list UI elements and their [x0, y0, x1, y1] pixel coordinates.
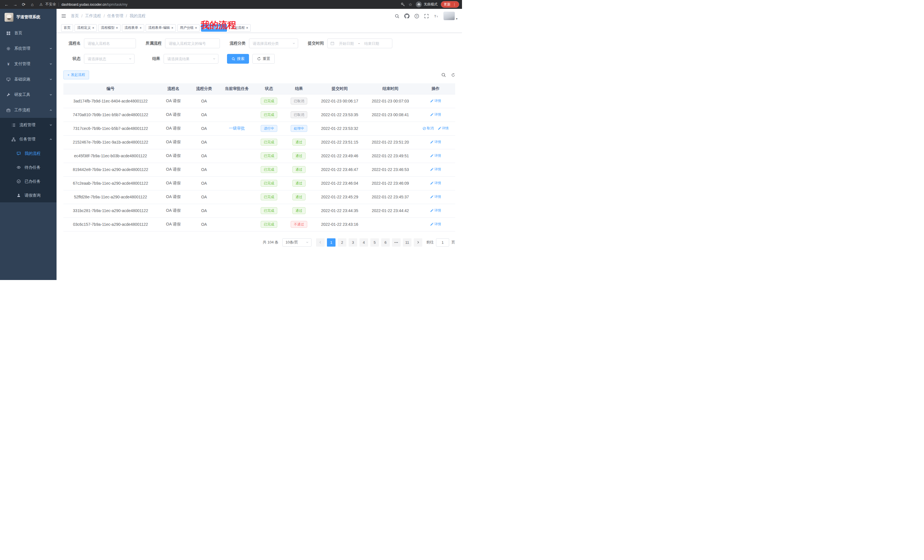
cell-id: 67c2eaab-7b9a-11ec-a290-acde48001122 — [63, 177, 158, 190]
app-logo[interactable]: 芋道管理系统 — [0, 9, 57, 25]
category-select[interactable] — [249, 39, 298, 48]
current-task-link[interactable]: 一级审批 — [229, 126, 245, 130]
next-page-button[interactable] — [414, 238, 422, 247]
hamburger-icon[interactable] — [61, 13, 66, 18]
goto-page-input[interactable] — [436, 238, 449, 247]
security-warning-label[interactable]: 不安全 — [45, 2, 56, 7]
reload-button[interactable]: ⟳ — [20, 1, 27, 8]
password-key-icon[interactable] — [400, 2, 405, 7]
sidebar-menu: 首页系统管理¥支付管理基础设施研发工具工作流程流程管理任务管理我的流程待办任务已… — [0, 25, 57, 202]
prev-page-button[interactable] — [316, 238, 325, 247]
sidebar-item-workflow[interactable]: 工作流程 — [0, 102, 57, 118]
back-button[interactable]: ← — [3, 1, 10, 8]
action-label: 取消 — [427, 126, 434, 131]
edit-icon — [430, 168, 434, 171]
tab-process-definition[interactable]: 流程定义× — [75, 24, 97, 32]
breadcrumb-item[interactable]: 任务管理 — [107, 13, 123, 18]
reset-button[interactable]: 重置 — [252, 54, 274, 64]
sidebar-item-process-mgmt[interactable]: 流程管理 — [0, 118, 57, 132]
cancel-link[interactable]: 取消 — [423, 126, 434, 131]
page-size-select[interactable]: 10条/页 — [282, 238, 312, 247]
detail-link[interactable]: 详情 — [430, 99, 441, 103]
detail-link[interactable]: 详情 — [430, 222, 441, 227]
close-icon[interactable]: × — [195, 26, 197, 30]
detail-link[interactable]: 详情 — [430, 167, 441, 172]
sidebar-item-system[interactable]: 系统管理 — [0, 41, 57, 56]
sidebar-item-infra[interactable]: 基础设施 — [0, 72, 57, 87]
sidebar-item-my-process[interactable]: 我的流程 — [0, 147, 57, 160]
page-button-4[interactable]: 4 — [360, 238, 368, 247]
table-row: 67c2eaab-7b9a-11ec-a290-acde48001122OA 请… — [63, 177, 455, 190]
detail-link[interactable]: 详情 — [438, 126, 449, 131]
close-icon[interactable]: × — [116, 26, 118, 30]
search-icon[interactable] — [394, 14, 399, 18]
detail-link[interactable]: 详情 — [430, 153, 441, 158]
detail-link[interactable]: 详情 — [430, 208, 441, 213]
tab-process-form-edit[interactable]: 流程表单-编辑× — [146, 24, 176, 32]
edit-icon — [430, 113, 434, 117]
tab-home[interactable]: 首页 — [61, 24, 73, 32]
edit-icon — [430, 209, 434, 213]
font-size-icon[interactable]: TT — [434, 14, 439, 18]
home-button[interactable]: ⌂ — [28, 1, 36, 8]
page-button-5[interactable]: 5 — [370, 238, 379, 247]
detail-link[interactable]: 详情 — [430, 112, 441, 117]
page-button-3[interactable]: 3 — [349, 238, 357, 247]
forward-button[interactable]: → — [11, 1, 19, 8]
page-button-1[interactable]: 1 — [327, 238, 336, 247]
close-icon[interactable]: × — [246, 26, 248, 30]
sidebar-item-devtools[interactable]: 研发工具 — [0, 87, 57, 102]
close-icon[interactable]: × — [92, 26, 94, 30]
cell-status: 已完成 — [255, 135, 283, 149]
page-button-2[interactable]: 2 — [338, 238, 346, 247]
close-icon[interactable]: × — [140, 26, 142, 30]
start-date-input[interactable] — [336, 41, 357, 46]
cell-end-time: 2022-01-22 23:46:09 — [364, 177, 416, 190]
start-process-button[interactable]: + 发起流程 — [63, 70, 89, 79]
detail-link[interactable]: 详情 — [430, 139, 441, 144]
breadcrumb-item[interactable]: 工作流程 — [85, 13, 101, 18]
detail-link[interactable]: 详情 — [430, 195, 441, 199]
browser-menu-icon[interactable]: ⋮ — [453, 2, 456, 7]
cell-result: 通过 — [283, 149, 315, 163]
user-avatar[interactable]: ▾ — [444, 12, 458, 20]
bookmark-star-icon[interactable]: ☆ — [409, 2, 412, 7]
update-button[interactable]: 更新 ⋮ — [441, 1, 459, 8]
edit-icon — [430, 195, 434, 199]
cell-submit-time: 2022-01-22 23:53:32 — [315, 121, 364, 135]
result-select[interactable] — [164, 54, 218, 64]
cell-id: 7470a810-7b9b-11ec-b5b7-acde48001122 — [63, 108, 158, 121]
sidebar-submenu-workflow: 流程管理任务管理我的流程待办任务已办任务请假查询 — [0, 118, 57, 202]
incognito-label: 无痕模式 — [424, 2, 438, 7]
sidebar-item-leave-query[interactable]: 请假查询 — [0, 189, 57, 202]
breadcrumb-item[interactable]: 首页 — [71, 13, 79, 18]
sidebar-item-task-mgmt[interactable]: 任务管理 — [0, 132, 57, 147]
help-icon[interactable]: ? — [414, 14, 419, 18]
tab-user-group[interactable]: 用户分组× — [177, 24, 200, 32]
page-button-6[interactable]: 6 — [381, 238, 390, 247]
date-range-picker[interactable]: - — [327, 39, 392, 48]
sidebar-item-todo-tasks[interactable]: 待办任务 — [0, 160, 57, 174]
sidebar-item-done-tasks[interactable]: 已办任务 — [0, 174, 57, 189]
page-button-11[interactable]: 11 — [403, 238, 411, 247]
edit-icon — [430, 99, 434, 103]
table-row: 03c6c157-7b9a-11ec-a290-acde48001122OA 请… — [63, 217, 455, 231]
more-pages-button[interactable]: ••• — [392, 238, 400, 247]
search-button[interactable]: 搜索 — [227, 54, 249, 64]
address-bar[interactable]: ⚠ 不安全 dashboard.yudao.iocoder.cn/bpm/tas… — [39, 2, 399, 7]
process-name-input[interactable] — [84, 39, 136, 48]
tab-process-form[interactable]: 流程表单× — [122, 24, 144, 32]
detail-link[interactable]: 详情 — [430, 181, 441, 186]
status-select[interactable] — [84, 54, 135, 64]
tab-process-model[interactable]: 流程模型× — [98, 24, 120, 32]
fullscreen-icon[interactable] — [424, 14, 429, 18]
parent-process-input[interactable] — [165, 39, 220, 48]
close-icon[interactable]: × — [171, 26, 173, 30]
update-label: 更新 — [444, 2, 451, 7]
toggle-search-icon[interactable] — [441, 72, 446, 77]
github-icon[interactable] — [404, 13, 410, 18]
sidebar-item-home[interactable]: 首页 — [0, 25, 57, 41]
sidebar-item-payment[interactable]: ¥支付管理 — [0, 56, 57, 72]
end-date-input[interactable] — [361, 41, 382, 46]
refresh-list-icon[interactable] — [451, 73, 455, 77]
